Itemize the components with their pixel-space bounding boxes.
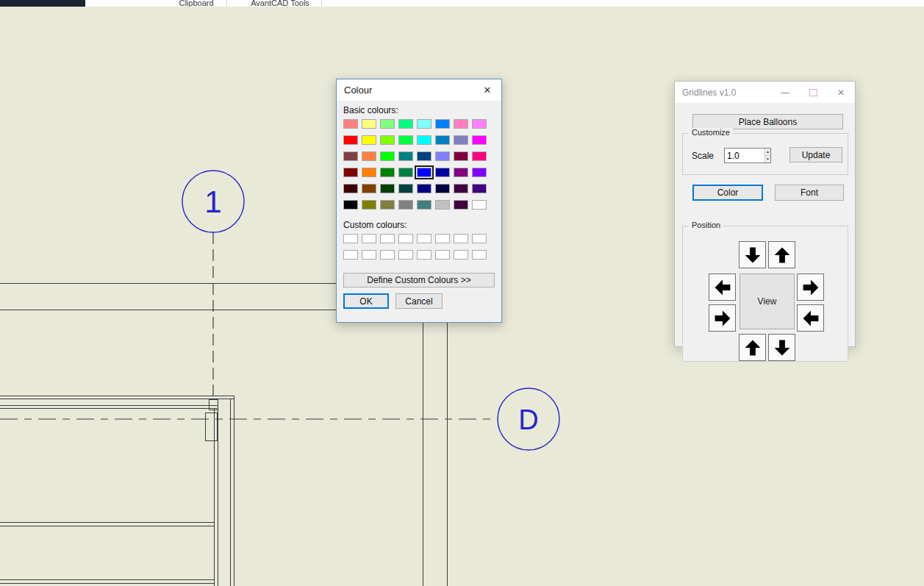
basic-colour-swatch[interactable] bbox=[435, 151, 450, 161]
basic-colour-swatch[interactable] bbox=[454, 151, 468, 161]
basic-colour-swatch[interactable] bbox=[417, 168, 431, 177]
basic-colour-swatch[interactable] bbox=[417, 119, 431, 129]
update-button[interactable]: Update bbox=[789, 147, 842, 162]
custom-colour-swatch[interactable] bbox=[417, 234, 431, 243]
basic-colour-swatch[interactable] bbox=[472, 135, 487, 145]
custom-colour-swatch[interactable] bbox=[398, 234, 413, 243]
basic-colour-swatch[interactable] bbox=[362, 135, 376, 145]
basic-colour-swatch[interactable] bbox=[380, 184, 395, 193]
basic-colour-swatch[interactable] bbox=[362, 200, 376, 210]
basic-colour-swatch[interactable] bbox=[380, 200, 395, 210]
minimize-icon[interactable]: — bbox=[771, 82, 799, 103]
up-arrow-icon bbox=[773, 246, 792, 265]
basic-colour-swatch[interactable] bbox=[398, 184, 413, 193]
position-label: Position bbox=[689, 221, 723, 229]
basic-colour-swatch[interactable] bbox=[472, 168, 487, 177]
basic-colour-swatch[interactable] bbox=[343, 200, 358, 210]
basic-colour-swatch[interactable] bbox=[362, 168, 376, 177]
basic-colour-swatch[interactable] bbox=[398, 135, 413, 145]
spinner-up-icon[interactable]: ▲ bbox=[765, 149, 770, 156]
maximize-icon[interactable] bbox=[799, 82, 827, 103]
custom-colour-swatch[interactable] bbox=[362, 234, 376, 243]
move-bottom-down-button[interactable] bbox=[768, 334, 795, 361]
basic-colour-swatch[interactable] bbox=[343, 119, 358, 129]
basic-colour-swatch[interactable] bbox=[398, 119, 413, 129]
custom-colour-swatch[interactable] bbox=[398, 250, 413, 260]
close-icon[interactable]: ✕ bbox=[473, 79, 501, 101]
basic-colour-swatch[interactable] bbox=[343, 151, 358, 161]
move-right-out-button[interactable] bbox=[797, 274, 824, 301]
move-top-down-button[interactable] bbox=[739, 241, 766, 268]
basic-colour-swatch[interactable] bbox=[435, 184, 450, 193]
place-balloons-button[interactable]: Place Balloons bbox=[692, 114, 843, 129]
gridlines-dialog-titlebar[interactable]: Gridlines v1.0 — ✕ bbox=[675, 82, 855, 103]
basic-colour-swatch[interactable] bbox=[343, 168, 358, 177]
basic-colour-swatch[interactable] bbox=[380, 119, 395, 129]
basic-colour-swatch[interactable] bbox=[343, 135, 358, 145]
custom-colour-swatch[interactable] bbox=[454, 234, 468, 243]
basic-colour-swatch[interactable] bbox=[380, 168, 395, 177]
move-right-in-button[interactable] bbox=[797, 304, 824, 332]
close-icon[interactable]: ✕ bbox=[827, 82, 855, 103]
basic-colour-swatch[interactable] bbox=[362, 151, 376, 161]
custom-colour-swatch[interactable] bbox=[362, 250, 376, 260]
basic-colour-swatch[interactable] bbox=[362, 119, 376, 129]
custom-colour-swatch[interactable] bbox=[435, 234, 450, 243]
custom-colour-swatch[interactable] bbox=[380, 250, 395, 260]
grid-balloon-1[interactable]: 1 bbox=[182, 171, 244, 232]
colour-dialog-title: Colour bbox=[337, 85, 473, 96]
basic-colour-swatch[interactable] bbox=[454, 200, 468, 210]
custom-colour-swatch[interactable] bbox=[343, 234, 358, 243]
custom-colour-swatch[interactable] bbox=[472, 234, 487, 243]
basic-colour-swatch[interactable] bbox=[398, 151, 413, 161]
cancel-button[interactable]: Cancel bbox=[395, 293, 443, 309]
view-box[interactable]: View bbox=[739, 274, 795, 329]
basic-colour-swatch[interactable] bbox=[398, 200, 413, 210]
scale-label: Scale bbox=[692, 151, 714, 161]
color-button[interactable]: Color bbox=[692, 185, 763, 201]
basic-colour-swatch[interactable] bbox=[472, 151, 487, 161]
basic-colour-swatch[interactable] bbox=[398, 168, 413, 177]
custom-colour-swatch[interactable] bbox=[454, 250, 468, 260]
basic-colour-swatch[interactable] bbox=[472, 119, 487, 129]
move-top-up-button[interactable] bbox=[768, 241, 795, 268]
basic-colour-swatch[interactable] bbox=[417, 200, 431, 210]
move-left-in-button[interactable] bbox=[709, 304, 736, 332]
scale-spinner: ▲ ▼ bbox=[724, 148, 771, 163]
colour-dialog-titlebar[interactable]: Colour ✕ bbox=[337, 79, 501, 101]
basic-colour-swatch[interactable] bbox=[454, 184, 468, 193]
basic-colour-swatch[interactable] bbox=[417, 184, 431, 193]
grid-balloon-d[interactable]: D bbox=[498, 388, 559, 450]
customize-label: Customize bbox=[689, 128, 733, 137]
wall-lines bbox=[0, 283, 447, 586]
spinner-down-icon[interactable]: ▼ bbox=[765, 156, 770, 162]
ribbon-panel-clipboard[interactable]: Clipboard bbox=[163, 0, 229, 7]
define-custom-colours-button[interactable]: Define Custom Colours >> bbox=[343, 273, 495, 287]
ribbon-panel-avantcad-tools[interactable]: AvantCAD Tools bbox=[239, 0, 321, 7]
move-bottom-up-button[interactable] bbox=[739, 334, 766, 361]
basic-colour-swatch[interactable] bbox=[435, 200, 450, 210]
basic-colour-swatch[interactable] bbox=[435, 135, 450, 145]
ok-button[interactable]: OK bbox=[343, 293, 389, 309]
basic-colour-swatch[interactable] bbox=[362, 184, 376, 193]
basic-colour-swatch[interactable] bbox=[417, 135, 431, 145]
basic-colour-swatch[interactable] bbox=[454, 168, 468, 177]
basic-colour-swatch[interactable] bbox=[380, 151, 395, 161]
basic-colour-swatch[interactable] bbox=[417, 151, 431, 161]
scale-input[interactable] bbox=[725, 149, 764, 162]
basic-colour-swatch[interactable] bbox=[435, 119, 450, 129]
custom-colour-swatch[interactable] bbox=[343, 250, 358, 260]
basic-colour-swatch[interactable] bbox=[454, 135, 468, 145]
basic-colour-swatch[interactable] bbox=[435, 168, 450, 177]
basic-colour-swatch[interactable] bbox=[380, 135, 395, 145]
custom-colour-swatch[interactable] bbox=[417, 250, 431, 260]
move-left-out-button[interactable] bbox=[709, 274, 736, 301]
basic-colour-swatch[interactable] bbox=[472, 200, 487, 210]
custom-colour-swatch[interactable] bbox=[472, 250, 487, 260]
basic-colour-swatch[interactable] bbox=[454, 119, 468, 129]
font-button[interactable]: Font bbox=[775, 185, 844, 201]
basic-colour-swatch[interactable] bbox=[472, 184, 487, 193]
custom-colour-swatch[interactable] bbox=[435, 250, 450, 260]
basic-colour-swatch[interactable] bbox=[343, 184, 358, 193]
custom-colour-swatch[interactable] bbox=[380, 234, 395, 243]
